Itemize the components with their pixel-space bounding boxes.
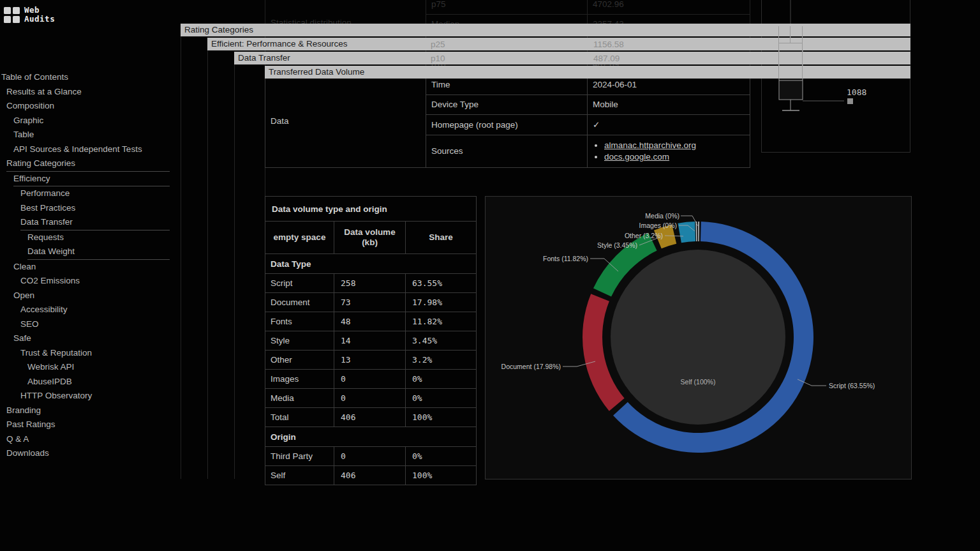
row-share-value: 100% bbox=[406, 408, 477, 427]
sidebar-item-data-weight[interactable]: Data Weight bbox=[0, 245, 181, 259]
brand-line2: Audits bbox=[24, 15, 55, 24]
bar-showthrough-box-right-edge bbox=[802, 26, 803, 79]
sidebar-item-downloads[interactable]: Downloads bbox=[0, 446, 181, 461]
section-header-row: Data Type bbox=[265, 254, 477, 274]
sidebar-item-past-ratings[interactable]: Past Ratings bbox=[0, 418, 181, 432]
row-kb-value: 406 bbox=[334, 408, 406, 427]
brand-name: Web Audits bbox=[24, 6, 55, 24]
donut-label-other: Other (3.2%) bbox=[625, 232, 663, 239]
sidebar-item-http-observatory[interactable]: HTTP Observatory bbox=[0, 389, 181, 404]
table-row: Fonts4811.82% bbox=[265, 312, 477, 331]
source-link[interactable]: docs.google.com bbox=[604, 152, 669, 162]
donut-segment-other[interactable] bbox=[678, 222, 696, 243]
breadcrumb-bar-efficient[interactable]: Efficient: Performance & Resources bbox=[207, 38, 910, 50]
breadcrumb-bar-transferred-data-volume[interactable]: Transferred Data Volume bbox=[265, 66, 910, 79]
row-kb-value: 406 bbox=[334, 466, 406, 485]
data-row-name: Device Type bbox=[426, 94, 588, 115]
row-kb-value: 0 bbox=[334, 389, 406, 408]
donut-label-document: Document (17.98%) bbox=[501, 363, 561, 370]
sidebar-item-requests[interactable]: Requests bbox=[0, 230, 181, 245]
sidebar-item-composition[interactable]: Composition bbox=[0, 99, 181, 114]
row-share-value: 100% bbox=[406, 466, 477, 485]
bar-showthrough-whisker-line bbox=[790, 26, 791, 43]
bar-showthrough-p25-value: 1156.58 bbox=[593, 40, 624, 49]
sidebar-item-q-a[interactable]: Q & A bbox=[0, 432, 181, 447]
sidebar-item-performance[interactable]: Performance bbox=[0, 186, 181, 201]
sidebar-item-best-practices[interactable]: Best Practices bbox=[0, 201, 181, 216]
sidebar-item-clean[interactable]: Clean bbox=[0, 260, 181, 275]
sidebar-item-abuseipdb[interactable]: AbuseIPDB bbox=[0, 375, 181, 389]
row-label: Third Party bbox=[265, 447, 334, 466]
donut-label-script: Script (63.55%) bbox=[829, 382, 875, 389]
brand-line1: Web bbox=[24, 6, 55, 15]
section-header-row: Origin bbox=[265, 427, 477, 447]
breadcrumb-label-2: Efficient: Performance & Resources bbox=[211, 39, 348, 49]
donut-label-media: Media (0%) bbox=[645, 212, 679, 220]
boxplot-value-marker[interactable] bbox=[847, 98, 853, 104]
sidebar-item-api-sources-independent-tests[interactable]: API Sources & Independent Tests bbox=[0, 142, 181, 157]
sidebar-item-graphic[interactable]: Graphic bbox=[0, 114, 181, 128]
list-item: almanac.httparchive.org bbox=[604, 140, 750, 150]
stat-row-value: 4702.96 bbox=[588, 0, 750, 14]
sidebar-item-co2-emissions[interactable]: CO2 Emissions bbox=[0, 274, 181, 289]
row-label: Document bbox=[265, 293, 334, 312]
row-kb-value: 258 bbox=[334, 274, 406, 293]
row-share-value: 3.2% bbox=[406, 351, 477, 370]
donut-segment-media[interactable] bbox=[698, 222, 699, 241]
sidebar-item-table-of-contents[interactable]: Table of Contents bbox=[0, 70, 181, 85]
sidebar-item-rating-categories[interactable]: Rating Categories bbox=[0, 156, 181, 171]
section-guide-line-3 bbox=[234, 64, 235, 479]
stat-row-name: p75 bbox=[426, 0, 588, 14]
donut-label-fonts: Fonts (11.82%) bbox=[543, 255, 588, 262]
sidebar-item-branding[interactable]: Branding bbox=[0, 404, 181, 418]
row-kb-value: 0 bbox=[334, 447, 406, 466]
column-header: Data volume (kb) bbox=[334, 222, 406, 254]
row-label: Script bbox=[265, 274, 334, 293]
sidebar-item-table[interactable]: Table bbox=[0, 128, 181, 142]
row-label: Self bbox=[265, 466, 334, 485]
list-item: docs.google.com bbox=[604, 152, 750, 162]
donut-chart[interactable]: Media (0%) Images (0%) Other (3.2%) Styl… bbox=[486, 197, 911, 479]
boxplot-marker-value-label: 1088 bbox=[847, 87, 866, 97]
row-share-value: 0% bbox=[406, 447, 477, 466]
sidebar-item-accessibility[interactable]: Accessibility bbox=[0, 303, 181, 317]
table-row: Third Party00% bbox=[265, 447, 477, 466]
breadcrumb-label-3: Data Transfer bbox=[238, 53, 290, 63]
row-share-value: 17.98% bbox=[406, 293, 477, 312]
sidebar-item-open[interactable]: Open bbox=[0, 289, 181, 303]
row-share-value: 3.45% bbox=[406, 331, 477, 351]
row-label: Media bbox=[265, 389, 334, 408]
donut-label-self: Self (100%) bbox=[681, 378, 716, 386]
table-of-contents-nav: Table of ContentsResults at a GlanceComp… bbox=[0, 70, 181, 461]
row-label: Total bbox=[265, 408, 334, 427]
sidebar-item-data-transfer[interactable]: Data Transfer bbox=[0, 215, 181, 230]
bar-showthrough-box-left-edge bbox=[778, 26, 779, 79]
sidebar-item-webrisk-api[interactable]: Webrisk API bbox=[0, 360, 181, 375]
source-link[interactable]: almanac.httparchive.org bbox=[604, 140, 696, 150]
app-logo[interactable]: Web Audits bbox=[4, 6, 55, 24]
sources-list-cell: almanac.httparchive.orgdocs.google.com bbox=[588, 135, 750, 167]
breadcrumb-bar-data-transfer[interactable]: Data Transfer bbox=[234, 52, 910, 64]
section-guide-line-2 bbox=[207, 50, 208, 479]
donut-label-images: Images (0%) bbox=[639, 222, 677, 229]
donut-inner-ring-self[interactable] bbox=[611, 250, 785, 425]
bar-showthrough-p10-name: p10 bbox=[431, 54, 445, 63]
table-row: Self406100% bbox=[265, 466, 477, 485]
column-header: Share bbox=[406, 222, 477, 254]
sidebar-item-seo[interactable]: SEO bbox=[0, 317, 181, 332]
row-share-value: 11.82% bbox=[406, 312, 477, 331]
table-row: Statistical distributionp754702.96 bbox=[265, 0, 750, 14]
donut-label-style: Style (3.45%) bbox=[597, 241, 637, 249]
sidebar-item-results-at-a-glance[interactable]: Results at a Glance bbox=[0, 85, 181, 100]
row-share-value: 63.55% bbox=[406, 274, 477, 293]
breadcrumb-bar-rating-categories[interactable]: Rating Categories bbox=[181, 24, 910, 36]
row-label: Other bbox=[265, 351, 334, 370]
data-section-label: Data bbox=[265, 75, 426, 168]
breadcrumb-label-1: Rating Categories bbox=[184, 25, 253, 34]
table-row: Document7317.98% bbox=[265, 293, 477, 312]
sidebar-item-trust-reputation[interactable]: Trust & Reputation bbox=[0, 346, 181, 361]
bar-showthrough-box-top-edge bbox=[778, 43, 803, 43]
row-kb-value: 14 bbox=[334, 331, 406, 351]
sidebar-item-efficiency[interactable]: Efficiency bbox=[0, 172, 181, 186]
sidebar-item-safe[interactable]: Safe bbox=[0, 331, 181, 346]
